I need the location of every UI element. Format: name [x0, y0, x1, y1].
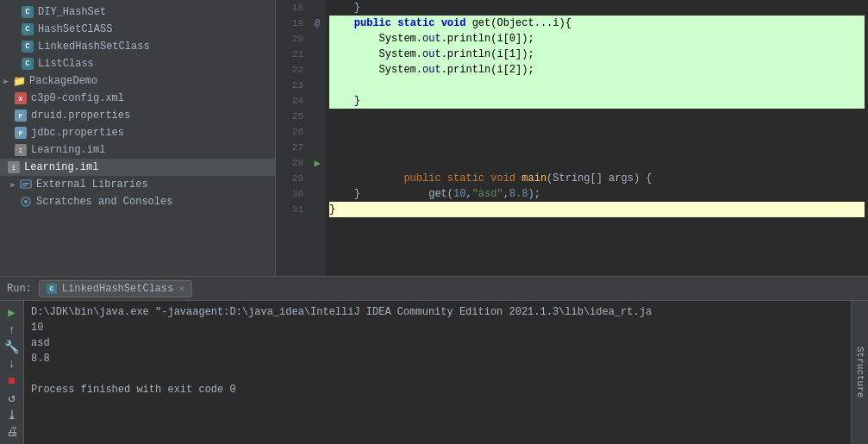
tree-label: Learning.iml	[31, 144, 105, 156]
tree-label: External Libraries	[36, 178, 148, 191]
line-num-22: 22	[276, 62, 303, 78]
line-num-25: 25	[276, 109, 303, 124]
tree-label: LinkedHashSetClass	[38, 41, 150, 53]
svg-point-4	[24, 200, 28, 203]
code-line-27	[329, 140, 865, 155]
code-lines[interactable]: } public static void get(Object...i){ Sy…	[326, 0, 868, 276]
tree-item-learning-iml[interactable]: I Learning.iml	[0, 159, 275, 176]
gutter-20	[309, 31, 326, 47]
tree-item-c3p0[interactable]: X c3p0-config.xml	[0, 90, 275, 107]
line-num-23: 23	[276, 78, 303, 93]
run-arrow-28[interactable]: ▶	[314, 157, 320, 170]
code-line-23	[329, 78, 865, 93]
tab-class-icon: C	[47, 284, 57, 294]
command-line: D:\JDK\bin\java.exe "-javaagent:D:\java_…	[31, 304, 844, 320]
gutter-27	[309, 140, 326, 155]
tree-label: HashSetClASS	[38, 23, 112, 35]
scroll-down-button[interactable]: ↓	[3, 356, 22, 372]
line-num-20: 20	[276, 31, 303, 47]
annotation-marker-19: @	[315, 18, 321, 28]
tree-item-jdbc[interactable]: P jdbc.properties	[0, 124, 275, 141]
editor-gutter: @ ▶	[309, 0, 326, 276]
class-icon: C	[21, 40, 34, 53]
line-numbers: 18 19 20 21 22 23 24 25 26 27 28 29 30 3…	[276, 0, 309, 276]
tree-item-diy-hashset[interactable]: C DIY_HashSet	[0, 3, 275, 21]
output-line-2: asd	[31, 335, 844, 351]
line-num-26: 26	[276, 124, 303, 140]
class-icon: C	[21, 5, 34, 19]
line-num-31: 31	[276, 202, 303, 217]
tree-item-druid[interactable]: P druid.properties	[0, 107, 275, 124]
gutter-29	[309, 171, 326, 186]
scroll-end-button[interactable]: ⤓	[3, 408, 22, 423]
print-button[interactable]: 🖨	[3, 424, 22, 440]
stop-button[interactable]: ■	[3, 373, 22, 389]
code-line-20: System.out.println(i[0]);	[329, 31, 865, 47]
code-line-31: }	[329, 202, 865, 217]
gutter-30	[309, 186, 326, 202]
code-line-22: System.out.println(i[2]);	[329, 62, 865, 78]
run-tab-linkedhashset[interactable]: C LinkedHashSetClass ✕	[39, 280, 192, 297]
expand-arrow: ▶	[7, 180, 19, 190]
code-line-28: public static void main(String[] args) {	[329, 155, 865, 171]
svg-rect-2	[22, 185, 27, 187]
line-num-27: 27	[276, 140, 303, 155]
code-line-21: System.out.println(i[1]);	[329, 47, 865, 62]
line-num-18: 18	[276, 0, 303, 16]
run-button[interactable]: ▶	[3, 305, 22, 321]
props-icon: P	[14, 126, 28, 140]
package-icon: 📁	[12, 74, 26, 88]
code-line-25	[329, 109, 865, 124]
structure-tab[interactable]: Structure	[851, 301, 868, 444]
tree-label: ListClass	[38, 58, 94, 70]
line-num-19: 19	[276, 16, 303, 31]
finish-message: Process finished with exit code 0	[31, 382, 844, 397]
gutter-25	[309, 109, 326, 124]
gutter-26	[309, 124, 326, 140]
tree-item-learning-iml-sub[interactable]: I Learning.iml	[0, 141, 275, 159]
tree-item-hashset[interactable]: C HashSetClASS	[0, 21, 275, 38]
scratch-icon	[19, 195, 33, 209]
iml-icon: I	[7, 160, 21, 174]
settings-button[interactable]: 🔧	[3, 340, 22, 355]
class-icon: C	[21, 57, 34, 71]
run-tab-label: LinkedHashSetClass	[62, 283, 174, 295]
gutter-28[interactable]: ▶	[309, 155, 326, 171]
scroll-up-button[interactable]: ↑	[3, 322, 22, 338]
tree-label: jdbc.properties	[31, 127, 124, 139]
file-tree[interactable]: C DIY_HashSet C HashSetClASS C LinkedHas…	[0, 0, 276, 276]
xml-icon: X	[14, 91, 28, 105]
code-line-26	[329, 124, 865, 140]
gutter-19: @	[309, 16, 326, 31]
class-icon: C	[21, 22, 34, 36]
rerun-button[interactable]: ↺	[3, 391, 22, 406]
close-tab-button[interactable]: ✕	[178, 283, 184, 294]
output-line-3: 8.8	[31, 351, 844, 366]
run-tab-bar: Run: C LinkedHashSetClass ✕	[0, 277, 868, 301]
tree-label: DIY_HashSet	[38, 6, 106, 18]
code-line-24: }	[329, 93, 865, 109]
output-line-1: 10	[31, 320, 844, 335]
run-panel: Run: C LinkedHashSetClass ✕ ▶ ↑ 🔧 ↓ ■ ↺ …	[0, 276, 868, 444]
run-toolbar: ▶ ↑ 🔧 ↓ ■ ↺ ⤓ 🖨	[0, 301, 24, 444]
tree-item-scratches[interactable]: ▶ Scratches and Consoles	[0, 193, 275, 210]
line-num-28: 28	[276, 155, 303, 171]
code-line-19: public static void get(Object...i){	[329, 16, 865, 31]
code-line-18: }	[329, 0, 865, 16]
iml-icon: I	[14, 143, 28, 157]
gutter-21	[309, 47, 326, 62]
line-num-24: 24	[276, 93, 303, 109]
gutter-31	[309, 202, 326, 217]
gutter-18	[309, 0, 326, 16]
svg-rect-1	[22, 183, 29, 184]
tree-item-packagedemo[interactable]: ▶ 📁 PackageDemo	[0, 72, 275, 90]
expand-arrow: ▶	[0, 77, 12, 86]
line-num-21: 21	[276, 47, 303, 62]
tree-item-external-libs[interactable]: ▶ External Libraries	[0, 176, 275, 193]
spacer-line	[31, 366, 844, 382]
tree-item-linkedhashset[interactable]: C LinkedHashSetClass	[0, 38, 275, 55]
line-num-30: 30	[276, 186, 303, 202]
tree-label: Learning.iml	[24, 161, 98, 173]
run-content-area: ▶ ↑ 🔧 ↓ ■ ↺ ⤓ 🖨 D:\JDK\bin\java.exe "-ja…	[0, 301, 868, 444]
tree-item-listclass[interactable]: C ListClass	[0, 55, 275, 72]
